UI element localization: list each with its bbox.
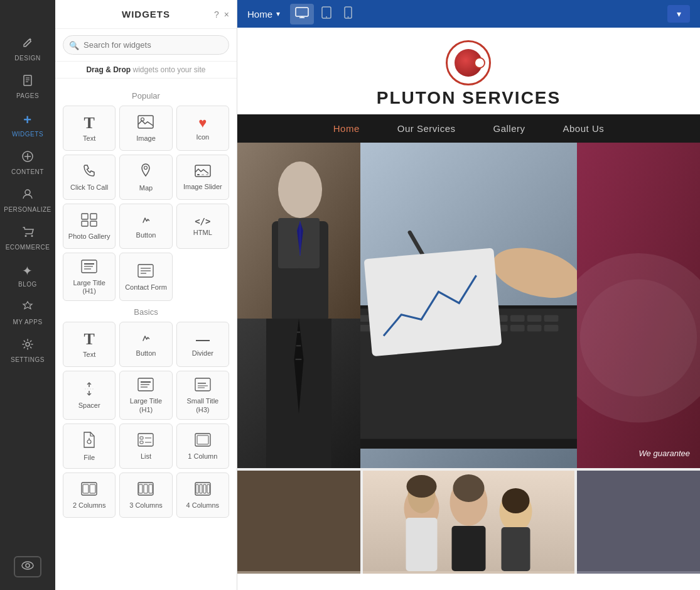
svg-rect-23 xyxy=(90,221,97,226)
svg-rect-99 xyxy=(544,315,559,322)
sidebar-item-settings-label: SETTINGS xyxy=(11,356,45,363)
sidebar-item-content[interactable]: CONTENT xyxy=(3,145,53,180)
svg-rect-22 xyxy=(82,221,88,226)
svg-point-15 xyxy=(144,166,148,169)
svg-point-7 xyxy=(25,190,30,195)
file-widget-icon xyxy=(82,432,96,451)
widget-divider[interactable]: Divider xyxy=(176,322,229,367)
svg-rect-46 xyxy=(138,434,153,446)
site-header: PLUTON SERVICES xyxy=(237,28,700,114)
large-title-widget-icon xyxy=(81,259,97,276)
widgets-close-button[interactable]: × xyxy=(224,9,229,19)
svg-rect-75 xyxy=(278,218,300,268)
widget-4-columns[interactable]: 4 Columns xyxy=(176,473,229,518)
svg-rect-58 xyxy=(144,484,148,493)
widget-button[interactable]: Button xyxy=(119,204,172,249)
mobile-view-button[interactable] xyxy=(339,4,357,25)
sidebar-item-ecommerce[interactable]: ECOMMERCE xyxy=(3,221,53,256)
pages-icon xyxy=(21,74,34,90)
device-icons xyxy=(290,4,357,25)
image-slider-widget-icon xyxy=(195,165,211,180)
widget-image[interactable]: Image xyxy=(119,106,172,151)
svg-rect-19 xyxy=(206,174,208,175)
widget-3-columns-label: 3 Columns xyxy=(129,501,163,510)
widget-icon[interactable]: ♥ Icon xyxy=(176,106,229,151)
text-widget-icon: T xyxy=(83,115,94,131)
sidebar-item-design[interactable]: DESIGN xyxy=(3,31,53,67)
bottom-center-photo xyxy=(363,471,574,574)
click-to-call-widget-icon xyxy=(82,164,96,180)
sidebar-item-personalize[interactable]: PERSONALIZE xyxy=(3,183,53,218)
widget-2-columns[interactable]: 2 Columns xyxy=(63,473,116,518)
svg-rect-130 xyxy=(502,527,530,571)
widget-button-label: Button xyxy=(136,231,156,239)
nav-item-home[interactable]: Home xyxy=(333,123,360,134)
widget-text-basic[interactable]: T Text xyxy=(63,322,116,367)
widget-1-column-label: 1 Column xyxy=(188,452,217,461)
widget-click-to-call[interactable]: Click To Call xyxy=(63,155,116,200)
preview-toggle-button[interactable] xyxy=(14,556,41,577)
widget-text[interactable]: T Text xyxy=(63,106,116,151)
widget-list-label: List xyxy=(141,452,151,461)
widget-spacer[interactable]: Spacer xyxy=(63,371,116,419)
widget-large-title-basic[interactable]: Large Title (H1) xyxy=(119,371,172,419)
drag-drop-hint: Drag & Drop widgets onto your site xyxy=(55,62,237,79)
widget-file[interactable]: File xyxy=(63,423,116,469)
widget-list[interactable]: List xyxy=(119,423,172,469)
widget-map-label: Map xyxy=(139,184,153,192)
svg-rect-65 xyxy=(296,8,308,16)
sidebar-item-pages-label: PAGES xyxy=(16,92,39,99)
tablet-view-button[interactable] xyxy=(316,4,337,25)
svg-point-129 xyxy=(502,488,530,513)
widget-small-title[interactable]: Small Title (H3) xyxy=(176,371,229,419)
widget-contact-form[interactable]: Contact Form xyxy=(119,253,172,301)
svg-point-14 xyxy=(141,117,144,121)
sidebar-item-settings[interactable]: SETTINGS xyxy=(3,333,53,368)
basics-widgets-grid: T Text Button Divider Spacer xyxy=(63,322,229,517)
widget-photo-gallery[interactable]: Photo Gallery xyxy=(63,204,116,249)
widget-3-columns[interactable]: 3 Columns xyxy=(119,473,172,518)
content-icon xyxy=(21,150,34,166)
sidebar-item-myapps[interactable]: MY APPS xyxy=(3,295,53,331)
image-widget-icon xyxy=(137,115,154,131)
widget-button-basic[interactable]: Button xyxy=(119,322,172,367)
publish-arrow-button[interactable]: ▾ xyxy=(667,5,690,23)
nav-item-gallery[interactable]: Gallery xyxy=(493,123,525,134)
widget-map[interactable]: Map xyxy=(119,155,172,200)
widget-search-input[interactable] xyxy=(63,35,229,55)
svg-rect-109 xyxy=(510,325,525,331)
widget-image-slider-label: Image Slider xyxy=(183,183,222,191)
sidebar-item-blog[interactable]: ✦ BLOG xyxy=(3,258,53,293)
widgets-panel-header: WIDGETS ? × xyxy=(55,0,237,29)
preview-content: PLUTON SERVICES Home Our Services Galler… xyxy=(237,28,700,590)
sidebar-item-widgets[interactable]: + WIDGETS xyxy=(3,107,53,143)
widget-2-columns-label: 2 Columns xyxy=(73,501,106,510)
1-column-widget-icon xyxy=(195,433,211,449)
page-dropdown-label: Home xyxy=(247,9,272,19)
widgets-help-button[interactable]: ? xyxy=(214,9,219,19)
sidebar-item-pages[interactable]: PAGES xyxy=(3,69,53,104)
page-dropdown[interactable]: Home ▾ xyxy=(247,9,280,19)
widget-contact-form-label: Contact Form xyxy=(125,283,167,292)
widget-4-columns-label: 4 Columns xyxy=(186,501,220,510)
sidebar-item-widgets-label: WIDGETS xyxy=(12,131,43,138)
sidebar-item-content-label: CONTENT xyxy=(11,168,44,175)
nav-item-our-services[interactable]: Our Services xyxy=(397,123,456,134)
svg-point-73 xyxy=(278,161,322,218)
widget-search-bar: 🔍 xyxy=(55,29,237,62)
svg-rect-0 xyxy=(24,75,31,85)
design-icon xyxy=(21,36,34,52)
large-title-basic-widget-icon xyxy=(137,378,154,394)
widget-1-column[interactable]: 1 Column xyxy=(176,423,229,469)
nav-item-about-us[interactable]: About Us xyxy=(563,123,605,134)
widget-large-title[interactable]: Large Title (H1) xyxy=(63,253,116,301)
widget-html[interactable]: </> HTML xyxy=(176,204,229,249)
widget-divider-label: Divider xyxy=(192,349,213,358)
desktop-view-button[interactable] xyxy=(290,4,314,25)
widget-image-slider[interactable]: Image Slider xyxy=(176,155,229,200)
svg-rect-131 xyxy=(577,471,700,571)
svg-rect-40 xyxy=(195,378,210,391)
site-logo: PLUTON SERVICES xyxy=(377,40,561,108)
svg-rect-97 xyxy=(510,315,525,322)
svg-point-71 xyxy=(348,16,349,18)
